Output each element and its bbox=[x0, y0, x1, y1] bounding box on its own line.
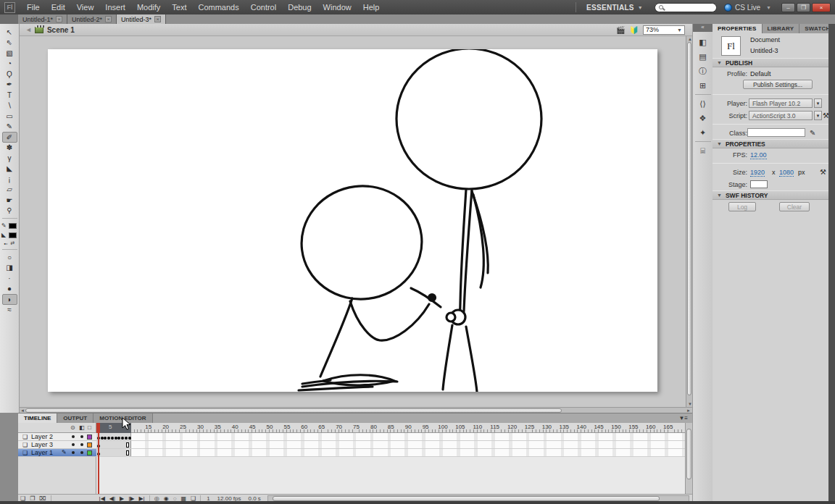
stage-vertical-scrollbar[interactable]: ▲ ▼ bbox=[686, 36, 692, 407]
timeline-hscroll-thumb[interactable] bbox=[273, 496, 660, 501]
paint-bucket-tool[interactable]: ◣ bbox=[2, 164, 17, 175]
selection-tool[interactable]: ↖ bbox=[2, 27, 17, 38]
keyframe-dot[interactable] bbox=[128, 437, 131, 440]
size-settings-wrench-icon[interactable]: ⚒ bbox=[820, 168, 826, 176]
menu-text[interactable]: Text bbox=[166, 0, 192, 14]
swf-history-section-header[interactable]: ▼ SWF HISTORY bbox=[713, 190, 828, 200]
player-select[interactable]: Flash Player 10.2 bbox=[749, 98, 813, 108]
3d-rotation-tool[interactable]: ◔ bbox=[2, 59, 17, 70]
show-hide-eye-icon[interactable]: ⊙ bbox=[70, 424, 75, 431]
bone-tool[interactable]: γ bbox=[2, 153, 17, 164]
keyframe-dot[interactable] bbox=[101, 437, 104, 440]
brush-size-option[interactable]: ● bbox=[2, 284, 17, 295]
layer-outline-color-swatch[interactable] bbox=[87, 450, 92, 455]
publish-settings-button[interactable]: Publish Settings... bbox=[743, 80, 813, 89]
doc-tab-1[interactable]: Untitled-1*× bbox=[18, 14, 67, 24]
frame-row-layer-2[interactable] bbox=[96, 433, 685, 441]
playhead-handle[interactable] bbox=[96, 423, 100, 433]
tab-properties[interactable]: PROPERTIES bbox=[713, 24, 763, 33]
stage-canvas[interactable] bbox=[48, 49, 657, 392]
menu-edit[interactable]: Edit bbox=[46, 0, 71, 14]
layer-lock-dot[interactable] bbox=[80, 443, 83, 446]
keyframe-dot[interactable] bbox=[117, 437, 120, 440]
free-transform-tool[interactable]: ▧ bbox=[2, 48, 17, 59]
brush-shape-option[interactable]: ◗ bbox=[2, 294, 17, 305]
menu-insert[interactable]: Insert bbox=[99, 0, 131, 14]
brush-tool[interactable]: ✐ bbox=[2, 132, 17, 143]
edit-symbols-button[interactable]: 🔰 bbox=[630, 26, 639, 34]
lasso-tool[interactable]: Ϙ bbox=[2, 69, 17, 80]
frame-row-layer-3[interactable] bbox=[96, 441, 685, 449]
black-white-button[interactable]: ▪▫ bbox=[4, 241, 8, 246]
deco-tool[interactable]: ✽ bbox=[2, 143, 17, 154]
close-button[interactable]: × bbox=[812, 3, 831, 12]
timeline-vscroll-thumb[interactable] bbox=[686, 429, 691, 479]
keyframe-dot[interactable] bbox=[115, 437, 117, 440]
menu-modify[interactable]: Modify bbox=[131, 0, 166, 14]
hand-tool[interactable]: ☛ bbox=[2, 195, 17, 206]
menu-help[interactable]: Help bbox=[357, 0, 386, 14]
layer-visible-dot[interactable] bbox=[72, 443, 75, 446]
tab-timeline[interactable]: TIMELINE bbox=[18, 413, 57, 423]
close-tab-icon[interactable]: × bbox=[154, 16, 161, 22]
eraser-tool[interactable]: ▱ bbox=[2, 185, 17, 196]
keyframe-dot[interactable] bbox=[111, 437, 114, 440]
align-panel-icon[interactable]: ⊞ bbox=[695, 78, 711, 93]
layer-lock-dot[interactable] bbox=[80, 451, 83, 454]
zoom-tool[interactable]: ⚲ bbox=[2, 206, 17, 217]
smoothing-option[interactable]: ≈ bbox=[2, 305, 17, 316]
properties-section-header[interactable]: ▼ PROPERTIES bbox=[713, 139, 828, 148]
tab-output[interactable]: OUTPUT bbox=[57, 413, 94, 423]
layer-name-label[interactable]: Layer 1 bbox=[31, 449, 53, 457]
chevron-down-icon[interactable]: ▼ bbox=[814, 98, 822, 108]
stage-horizontal-scrollbar[interactable]: ◄ ► bbox=[20, 407, 692, 413]
frame-ruler[interactable]: 5 15202530354045505560657075808590951001… bbox=[96, 423, 685, 433]
color-panel-icon[interactable]: ◧ bbox=[695, 35, 711, 49]
layer-lock-dot[interactable] bbox=[80, 435, 83, 438]
tab-library[interactable]: LIBRARY bbox=[763, 24, 800, 33]
stroke-color-swatch[interactable] bbox=[9, 223, 17, 229]
layer-row-layer-2[interactable]: ❏Layer 2 bbox=[18, 433, 96, 441]
frame-span[interactable] bbox=[96, 449, 131, 456]
menu-debug[interactable]: Debug bbox=[282, 0, 317, 14]
panel-menu-icon[interactable]: ▼≡ bbox=[674, 413, 692, 423]
edit-scene-button[interactable]: 🎬 bbox=[616, 26, 625, 34]
zoom-level-select[interactable]: 73% ▼ bbox=[643, 25, 685, 35]
expand-panels-button[interactable]: « bbox=[693, 24, 713, 32]
keyframe-dot[interactable] bbox=[125, 437, 128, 440]
layer-visible-dot[interactable] bbox=[72, 451, 75, 454]
layer-name-label[interactable]: Layer 2 bbox=[31, 433, 53, 441]
swf-log-button[interactable]: Log bbox=[728, 202, 756, 211]
eyedropper-tool[interactable]: ¡ bbox=[2, 174, 17, 185]
size-width-value[interactable]: 1920 bbox=[750, 169, 765, 177]
frame-row-layer-1[interactable] bbox=[96, 449, 685, 457]
script-select[interactable]: ActionScript 3.0 bbox=[749, 111, 813, 120]
stroke-color-control[interactable]: ✎ bbox=[1, 221, 17, 230]
cs-live-button[interactable]: CS Live ▼ bbox=[724, 4, 771, 12]
layer-name-label[interactable]: Layer 3 bbox=[31, 441, 53, 449]
menu-commands[interactable]: Commands bbox=[192, 0, 244, 14]
fill-color-control[interactable]: ◣ bbox=[1, 230, 17, 240]
lock-fill-option[interactable]: ◨ bbox=[2, 263, 17, 274]
v-scroll-thumb[interactable] bbox=[687, 42, 691, 395]
keyframe-dot[interactable] bbox=[104, 437, 107, 440]
object-drawing-option[interactable]: ○ bbox=[2, 252, 17, 263]
layer-outline-color-swatch[interactable] bbox=[87, 442, 92, 448]
layer-row-layer-3[interactable]: ❏Layer 3 bbox=[18, 441, 96, 449]
timeline-vertical-scrollbar[interactable] bbox=[685, 423, 692, 496]
menu-control[interactable]: Control bbox=[245, 0, 282, 14]
minimize-button[interactable]: – bbox=[781, 3, 795, 12]
menu-window[interactable]: Window bbox=[317, 0, 357, 14]
swatches-panel-icon[interactable]: ▤ bbox=[695, 49, 711, 64]
outline-icon[interactable]: □ bbox=[88, 424, 91, 431]
close-tab-icon[interactable]: × bbox=[56, 16, 62, 22]
swf-clear-button[interactable]: Clear bbox=[779, 202, 810, 211]
menu-file[interactable]: File bbox=[21, 0, 46, 14]
size-height-value[interactable]: 1080 bbox=[779, 169, 794, 177]
line-tool[interactable]: ∖ bbox=[2, 101, 17, 112]
layer-visible-dot[interactable] bbox=[72, 435, 75, 438]
search-input[interactable] bbox=[655, 3, 717, 12]
frame-span[interactable] bbox=[96, 441, 131, 448]
doc-tab-3[interactable]: Untitled-3*× bbox=[117, 14, 166, 24]
close-tab-icon[interactable]: × bbox=[105, 16, 112, 22]
